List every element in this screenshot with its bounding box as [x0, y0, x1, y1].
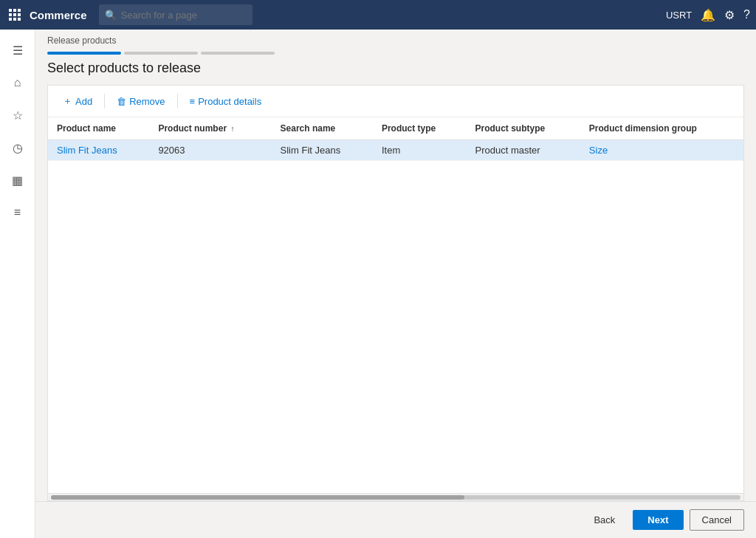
scroll-track [51, 495, 740, 500]
sidebar: ☰ ⌂ ☆ ◷ ▦ ≡ [0, 30, 35, 538]
products-table: Product name Product number ↑ Search nam… [48, 117, 743, 161]
svg-rect-0 [9, 9, 12, 12]
cell-dimension-group[interactable]: Size [580, 140, 743, 161]
app-title: Commerce [30, 9, 87, 21]
sidebar-home-icon[interactable]: ⌂ [3, 68, 32, 97]
svg-rect-6 [9, 18, 12, 21]
search-icon: 🔍 [105, 10, 117, 21]
settings-icon[interactable]: ⚙ [724, 8, 735, 22]
toolbar-sep-2 [177, 94, 178, 108]
product-details-button[interactable]: ≡ Product details [184, 93, 268, 110]
cell-product-subtype: Product master [467, 140, 580, 161]
sidebar-menu-icon[interactable]: ☰ [3, 35, 32, 65]
remove-button[interactable]: 🗑 Remove [111, 93, 171, 110]
next-button[interactable]: Next [633, 510, 683, 530]
sidebar-favorites-icon[interactable]: ☆ [3, 100, 32, 130]
footer: Back Next Cancel [35, 501, 756, 538]
add-label: Add [75, 96, 92, 107]
cell-product-name[interactable]: Slim Fit Jeans [48, 140, 149, 161]
svg-rect-1 [13, 9, 16, 12]
top-nav: Commerce 🔍 USRT 🔔 ⚙ ? [0, 0, 756, 30]
col-header-product-name: Product name [48, 117, 149, 140]
bell-icon[interactable]: 🔔 [701, 8, 715, 22]
details-icon: ≡ [190, 96, 196, 107]
page-container: Select products to release ＋ Add 🗑 Remov… [35, 49, 756, 501]
toolbar: ＋ Add 🗑 Remove ≡ Product details [48, 86, 743, 117]
remove-label: Remove [129, 96, 165, 107]
col-header-product-subtype: Product subtype [467, 117, 580, 140]
step-1 [47, 52, 121, 55]
products-panel: ＋ Add 🗑 Remove ≡ Product details [47, 85, 744, 501]
sidebar-workspaces-icon[interactable]: ▦ [3, 165, 32, 195]
col-header-search-name: Search name [272, 117, 373, 140]
search-wrapper: 🔍 [99, 4, 409, 25]
user-label: USRT [666, 10, 692, 21]
breadcrumb: Release products [35, 30, 756, 49]
back-button[interactable]: Back [582, 510, 627, 530]
col-header-product-number[interactable]: Product number ↑ [149, 117, 271, 140]
table-wrapper: Product name Product number ↑ Search nam… [48, 117, 743, 493]
toolbar-sep-1 [104, 94, 105, 108]
cancel-button[interactable]: Cancel [690, 509, 744, 531]
svg-rect-3 [9, 13, 12, 16]
main-layout: ☰ ⌂ ☆ ◷ ▦ ≡ Release products Select prod… [0, 30, 756, 538]
nav-right: USRT 🔔 ⚙ ? [666, 8, 750, 22]
svg-rect-7 [13, 18, 16, 21]
svg-rect-8 [18, 18, 21, 21]
svg-rect-2 [18, 9, 21, 12]
sidebar-recent-icon[interactable]: ◷ [3, 133, 32, 162]
content-area: Release products Select products to rele… [35, 30, 756, 538]
sort-arrow-product-number: ↑ [230, 125, 234, 133]
step-3 [201, 52, 275, 55]
grid-icon[interactable] [6, 6, 24, 24]
product-details-label: Product details [198, 96, 261, 107]
trash-icon: 🗑 [117, 96, 126, 107]
sidebar-modules-icon[interactable]: ≡ [3, 198, 32, 227]
svg-rect-5 [18, 13, 21, 16]
col-header-product-type: Product type [373, 117, 467, 140]
cell-product-type: Item [373, 140, 467, 161]
page-search-input[interactable] [99, 4, 252, 25]
table-header-row: Product name Product number ↑ Search nam… [48, 117, 743, 140]
cell-product-number: 92063 [149, 140, 271, 161]
add-icon: ＋ [63, 94, 72, 108]
progress-steps [47, 52, 744, 55]
col-header-product-dimension-group: Product dimension group [580, 117, 743, 140]
page-title: Select products to release [47, 61, 744, 76]
horizontal-scrollbar[interactable] [48, 493, 743, 500]
step-2 [124, 52, 198, 55]
add-button[interactable]: ＋ Add [57, 92, 98, 111]
svg-rect-4 [13, 13, 16, 16]
help-icon[interactable]: ? [743, 8, 750, 21]
cell-search-name: Slim Fit Jeans [272, 140, 373, 161]
table-row[interactable]: Slim Fit Jeans92063Slim Fit JeansItemPro… [48, 140, 743, 161]
scroll-thumb [51, 495, 464, 500]
